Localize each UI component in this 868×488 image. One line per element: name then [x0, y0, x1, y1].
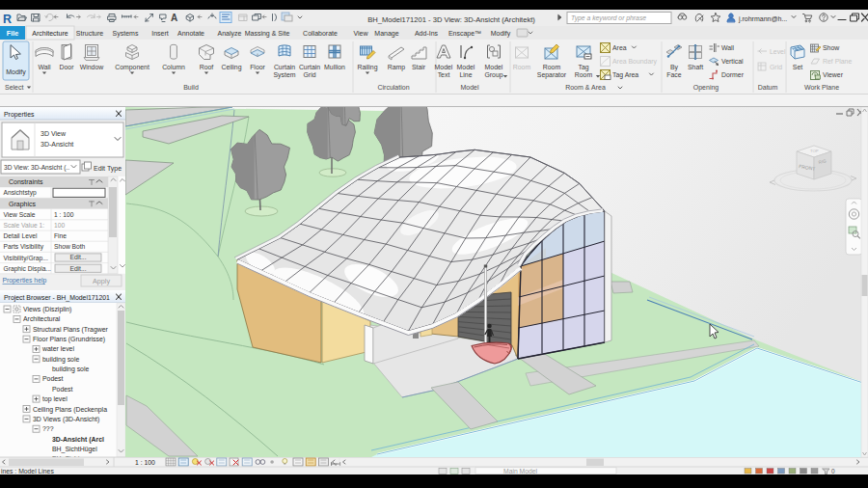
svg-text:Edit...: Edit...: [69, 254, 86, 260]
svg-text:Podest: Podest: [52, 386, 73, 393]
svg-text:Fine: Fine: [54, 232, 67, 239]
svg-text:Line: Line: [459, 71, 472, 78]
svg-text:100: 100: [54, 222, 65, 229]
svg-text:Roof: Roof: [200, 64, 214, 70]
svg-text:Ramp: Ramp: [388, 64, 406, 71]
svg-text:Railing: Railing: [357, 64, 377, 71]
svg-text:Build: Build: [183, 84, 199, 91]
svg-text:BH_SichtHügel: BH_SichtHügel: [52, 446, 97, 453]
svg-text:Tag Area: Tag Area: [612, 71, 638, 79]
svg-text:A: A: [171, 13, 177, 23]
svg-text:Floor Plans (Grundrisse): Floor Plans (Grundrisse): [33, 336, 105, 343]
svg-text:Constraints: Constraints: [9, 178, 43, 185]
svg-text:1 : 100: 1 : 100: [54, 211, 74, 218]
svg-text:3D View: 3D-Ansicht (..: 3D View: 3D-Ansicht (..: [4, 164, 69, 172]
svg-text:Ceiling Plans (Deckenpla: Ceiling Plans (Deckenpla: [33, 406, 107, 414]
svg-text:R: R: [3, 13, 12, 26]
svg-text:Enscape™: Enscape™: [448, 30, 481, 38]
svg-text:Modify: Modify: [491, 30, 511, 38]
svg-text:Visibility/Grap...: Visibility/Grap...: [4, 255, 48, 262]
svg-text:Views (Disziplin): Views (Disziplin): [23, 306, 71, 313]
svg-text:3D-Ansicht: 3D-Ansicht: [41, 141, 73, 148]
svg-text:???: ???: [42, 425, 54, 432]
svg-text:building sole: building sole: [42, 356, 79, 364]
svg-text:Area: Area: [612, 44, 627, 51]
svg-text:Model: Model: [485, 64, 503, 70]
svg-text:Dormer: Dormer: [721, 71, 745, 78]
svg-text:1 : 100: 1 : 100: [135, 459, 155, 466]
svg-text:BH_Model171201 - 3D View: 3D-A: BH_Model171201 - 3D View: 3D-Ansicht (Ar…: [367, 15, 535, 24]
svg-text:Wall: Wall: [38, 64, 51, 70]
svg-text:Separator: Separator: [537, 71, 567, 79]
svg-text:Detail Level: Detail Level: [4, 232, 38, 239]
svg-text:Ref Plane: Ref Plane: [823, 58, 852, 65]
svg-text:Ceiling: Ceiling: [221, 64, 241, 71]
svg-text:Edit...: Edit...: [69, 265, 86, 272]
svg-text:Model: Model: [457, 64, 475, 70]
svg-text:Graphics: Graphics: [9, 201, 37, 208]
svg-text:Curtain: Curtain: [274, 64, 295, 70]
svg-text:top level: top level: [42, 395, 68, 403]
svg-text:Model: Model: [460, 84, 479, 91]
svg-text:Grid: Grid: [303, 71, 315, 78]
svg-text:Ansichtstyp: Ansichtstyp: [4, 189, 37, 197]
svg-text:Structural Plans (Tragwer: Structural Plans (Tragwer: [33, 326, 109, 334]
svg-text:Door: Door: [60, 64, 75, 70]
svg-text:ines : Model Lines: ines : Model Lines: [1, 468, 54, 474]
svg-text:Show: Show: [823, 44, 839, 51]
svg-text:View: View: [353, 30, 368, 37]
svg-text:Grid: Grid: [770, 64, 782, 70]
svg-text:water level: water level: [41, 345, 74, 352]
svg-text:Circulation: Circulation: [377, 84, 409, 91]
svg-text:TOP: TOP: [810, 149, 819, 153]
svg-text:Collaborate: Collaborate: [303, 30, 338, 37]
svg-text:Select: Select: [5, 84, 24, 91]
svg-text:Properties help: Properties help: [3, 277, 47, 285]
svg-text:Analyze: Analyze: [218, 30, 242, 38]
svg-text:Massing & Site: Massing & Site: [245, 30, 290, 38]
svg-text:3D-Ansicht (Arcl: 3D-Ansicht (Arcl: [52, 436, 104, 444]
svg-text:Datum: Datum: [758, 84, 778, 91]
svg-text:Component: Component: [115, 64, 149, 71]
svg-text:Tag: Tag: [578, 64, 588, 71]
svg-text:Project Browser - BH_Model1712: Project Browser - BH_Model171201: [4, 294, 110, 302]
svg-text:System: System: [274, 71, 296, 79]
svg-text:Edit Type: Edit Type: [94, 165, 122, 173]
svg-text:Modify: Modify: [6, 68, 26, 76]
svg-text:Room: Room: [513, 64, 531, 70]
svg-text:Floor: Floor: [250, 64, 265, 70]
svg-text:Level: Level: [770, 48, 786, 55]
svg-text:Scale Value 1:: Scale Value 1:: [4, 222, 45, 229]
svg-text:File: File: [7, 29, 18, 38]
svg-text:Opening: Opening: [693, 84, 719, 92]
svg-text:Main Model: Main Model: [503, 468, 538, 474]
svg-text:0: 0: [831, 468, 835, 474]
svg-text:building sole: building sole: [52, 366, 89, 373]
svg-text:Architecture: Architecture: [32, 30, 68, 37]
svg-text:Model: Model: [435, 64, 453, 70]
svg-text:Apply: Apply: [93, 277, 110, 285]
svg-text:Insert: Insert: [151, 30, 169, 37]
svg-text:Wall: Wall: [721, 44, 735, 51]
svg-text:Set: Set: [793, 64, 802, 70]
svg-text:Room: Room: [575, 71, 593, 78]
svg-text:Curtain: Curtain: [299, 64, 320, 70]
svg-text:Shaft: Shaft: [688, 64, 703, 70]
svg-text:Text: Text: [438, 71, 450, 78]
svg-text:Systems: Systems: [113, 30, 139, 38]
svg-text:Face: Face: [666, 71, 681, 78]
svg-text:3D View: 3D View: [41, 130, 67, 137]
svg-text:Structure: Structure: [76, 30, 104, 37]
svg-text:Column: Column: [162, 64, 185, 70]
svg-text:Parts Visibility: Parts Visibility: [4, 243, 44, 251]
svg-text:Stair: Stair: [412, 64, 426, 70]
svg-text:3D Views (3D-Ansicht): 3D Views (3D-Ansicht): [33, 416, 99, 423]
svg-text:Type a keyword or phrase: Type a keyword or phrase: [571, 14, 646, 22]
svg-text:Viewer: Viewer: [823, 71, 844, 78]
svg-text:Add-Ins: Add-Ins: [415, 30, 439, 37]
svg-text:Manage: Manage: [374, 30, 398, 38]
svg-text:Window: Window: [80, 64, 104, 70]
svg-text:View Scale: View Scale: [4, 211, 36, 218]
svg-text:Room & Area: Room & Area: [565, 84, 606, 91]
svg-text:Architectural: Architectural: [23, 315, 61, 322]
